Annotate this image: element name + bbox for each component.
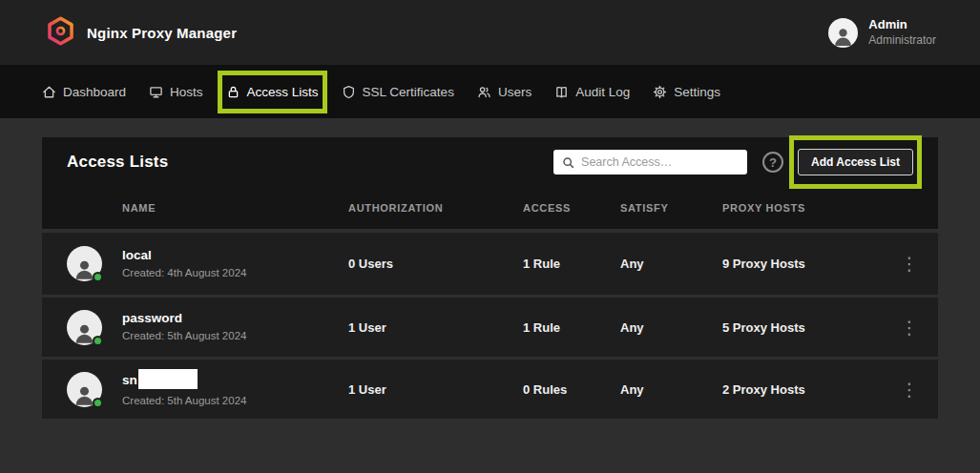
users-icon: [477, 85, 491, 99]
cell-satisfy: Any: [620, 382, 722, 397]
status-dot: [93, 398, 103, 408]
nav-item-label: SSL Certificates: [363, 85, 454, 99]
monitor-icon: [149, 85, 163, 99]
column-header-authorization: AUTHORIZATION: [348, 202, 523, 214]
app-title: Nginx Proxy Manager: [87, 25, 237, 41]
kebab-menu-icon[interactable]: ⋮: [881, 255, 938, 273]
top-header: Nginx Proxy Manager Admin Administrator: [0, 0, 980, 65]
book-icon: [554, 85, 569, 99]
kebab-menu-icon[interactable]: ⋮: [881, 380, 938, 399]
access-list-name: local: [122, 248, 348, 263]
help-icon[interactable]: ?: [762, 152, 783, 173]
cell-proxy-hosts: 2 Proxy Hosts: [722, 382, 881, 397]
table-body: local Created: 4th August 2024 0 Users 1…: [42, 233, 938, 419]
nav-item-label: Users: [498, 85, 532, 99]
page-title: Access Lists: [67, 153, 168, 172]
column-header-proxy-hosts: PROXY HOSTS: [722, 202, 881, 214]
lock-icon: [226, 85, 240, 99]
main-content: Access Lists ? Add Access List NAME AUTH…: [0, 118, 980, 419]
nav-item-label: Dashboard: [63, 85, 126, 99]
nav-item-label: Hosts: [170, 85, 203, 99]
nav-item-settings[interactable]: Settings: [653, 85, 720, 99]
cell-authorization: 1 User: [348, 382, 523, 397]
cell-access: 1 Rule: [523, 320, 620, 335]
brand: Nginx Proxy Manager: [46, 16, 237, 50]
column-header-satisfy: SATISFY: [620, 202, 722, 214]
add-access-list-button[interactable]: Add Access List: [798, 149, 913, 175]
access-list-created: Created: 5th August 2024: [122, 395, 348, 408]
search-icon: [562, 156, 574, 169]
status-dot: [93, 336, 103, 346]
row-avatar: [67, 246, 102, 281]
nav-item-label: Audit Log: [575, 85, 630, 99]
access-list-created: Created: 5th August 2024: [122, 330, 348, 343]
nav-item-audit-log[interactable]: Audit Log: [554, 85, 630, 99]
table-header-row: NAME AUTHORIZATION ACCESS SATISFY PROXY …: [42, 187, 938, 229]
status-dot: [93, 272, 103, 282]
cell-access: 0 Rules: [523, 382, 620, 397]
user-menu[interactable]: Admin Administrator: [828, 17, 936, 47]
main-nav: Dashboard Hosts Access Lists SSL Certifi…: [0, 65, 980, 118]
user-role: Administrator: [868, 33, 936, 48]
shield-icon: [342, 85, 356, 99]
table-row: sn Created: 5th August 2024 1 User 0 Rul…: [42, 357, 938, 419]
row-avatar: [67, 310, 102, 345]
search-box: [553, 150, 747, 175]
cell-access: 1 Rule: [523, 257, 620, 271]
nav-item-label: Settings: [674, 85, 720, 99]
column-header-name: NAME: [122, 202, 348, 214]
cell-authorization: 0 Users: [348, 257, 523, 271]
table-row: local Created: 4th August 2024 0 Users 1…: [42, 233, 938, 295]
cell-satisfy: Any: [620, 257, 722, 271]
column-header-access: ACCESS: [523, 202, 620, 214]
cell-satisfy: Any: [620, 320, 722, 335]
user-name: Admin: [868, 17, 936, 32]
table-row: password Created: 5th August 2024 1 User…: [42, 295, 938, 357]
access-list-created: Created: 4th August 2024: [122, 267, 348, 280]
cell-authorization: 1 User: [348, 320, 523, 335]
search-input[interactable]: [581, 155, 739, 169]
card-header: Access Lists ? Add Access List: [42, 137, 938, 187]
nav-item-label: Access Lists: [247, 85, 319, 99]
home-icon: [42, 85, 56, 99]
redaction-box: [138, 369, 198, 389]
nav-item-dashboard[interactable]: Dashboard: [42, 85, 126, 99]
app-logo-icon: [46, 16, 75, 50]
access-list-name: sn: [122, 371, 348, 391]
user-avatar: [828, 18, 858, 48]
gear-icon: [653, 85, 667, 99]
kebab-menu-icon[interactable]: ⋮: [881, 319, 938, 337]
nav-item-hosts[interactable]: Hosts: [149, 85, 203, 99]
nav-item-ssl-certificates[interactable]: SSL Certificates: [342, 85, 454, 99]
cell-proxy-hosts: 9 Proxy Hosts: [722, 257, 881, 271]
cell-proxy-hosts: 5 Proxy Hosts: [722, 320, 881, 335]
row-avatar: [67, 372, 102, 407]
nav-item-access-lists[interactable]: Access Lists: [226, 85, 319, 99]
access-list-name: password: [122, 311, 348, 326]
access-lists-card: Access Lists ? Add Access List NAME AUTH…: [42, 137, 938, 419]
nav-item-users[interactable]: Users: [477, 85, 532, 99]
